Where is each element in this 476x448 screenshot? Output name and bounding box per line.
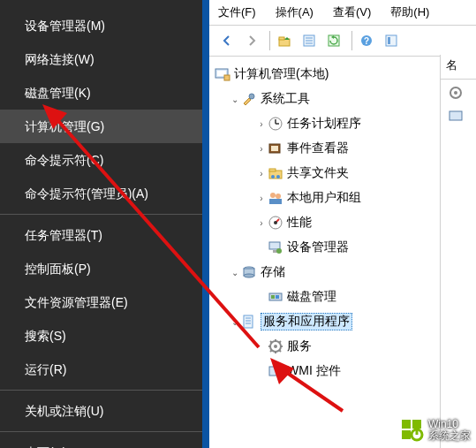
menu-file[interactable]: 文件(F) [218,4,256,20]
shared-folders-icon [268,165,283,181]
menu-control-panel[interactable]: 控制面板(P) [0,252,202,285]
svg-point-23 [276,175,280,178]
tree-local-users-groups[interactable]: › 本地用户和组 [211,186,476,210]
svg-rect-26 [269,199,282,204]
svg-point-47 [454,91,457,95]
svg-rect-37 [276,295,279,299]
menu-shutdown-signout[interactable]: 关机或注销(U) [0,394,202,428]
svg-rect-53 [402,420,411,429]
svg-rect-21 [269,169,276,171]
help-button[interactable]: ? [356,30,377,51]
svg-point-25 [276,194,281,199]
show-button[interactable] [381,30,402,51]
svg-rect-29 [269,242,280,249]
watermark-line2: 系统之家 [428,430,471,442]
expander-icon[interactable]: › [255,218,268,228]
tree-panel: 计算机管理(本地) ⌄ 系统工具 › 任务计划程序 › [209,57,476,383]
svg-point-28 [274,221,277,224]
expander-icon[interactable]: ⌄ [229,268,241,277]
toolbar-separator [351,31,352,50]
menu-action[interactable]: 操作(A) [276,4,314,20]
svg-rect-54 [412,420,421,429]
toolbar: ? [209,26,476,57]
tree-services-applications[interactable]: ⌄ 服务和应用程序 [211,309,476,334]
svg-rect-13 [224,75,230,80]
svg-rect-36 [271,295,275,299]
services-icon[interactable] [448,85,465,103]
users-groups-icon [268,190,283,206]
window-border [202,0,209,448]
menubar: 文件(F) 操作(A) 查看(V) 帮助(H) [209,0,476,26]
expander-icon[interactable]: › [255,119,268,129]
watermark: Win10 系统之家 [400,418,471,443]
right-column: 名 [440,55,476,448]
svg-point-45 [276,371,282,376]
tree-shared-folders[interactable]: › 共享文件夹 [211,161,476,186]
menu-task-manager[interactable]: 任务管理器(T) [0,218,202,252]
menu-command-prompt-admin[interactable]: 命令提示符(管理员)(A) [0,177,202,210]
menu-help[interactable]: 帮助(H) [390,4,429,20]
up-button[interactable] [274,30,295,51]
tree-root-label: 计算机管理(本地) [234,66,329,82]
computer-management-icon [215,66,230,82]
svg-point-43 [274,345,277,348]
svg-point-22 [271,175,275,178]
menu-separator [0,390,202,391]
menu-network-connections[interactable]: 网络连接(W) [0,42,202,76]
tree-task-scheduler[interactable]: › 任务计划程序 [211,111,476,136]
svg-rect-48 [450,111,462,120]
storage-icon [241,264,257,280]
menu-command-prompt[interactable]: 命令提示符(C) [0,143,202,177]
forward-button[interactable] [241,30,262,51]
menu-device-manager[interactable]: 设备管理器(M) [0,9,202,42]
performance-icon [268,215,283,231]
services-apps-icon [241,314,257,330]
refresh-button[interactable] [323,30,344,51]
tree-system-tools[interactable]: ⌄ 系统工具 [211,87,476,111]
services-icon [268,338,283,354]
menu-desktop[interactable]: 桌面(D) [0,436,202,448]
expander-icon[interactable]: › [255,169,268,178]
wmi-icon[interactable] [448,108,465,125]
menu-file-explorer[interactable]: 文件资源管理器(E) [0,285,202,319]
tree-performance[interactable]: › 性能 [211,210,476,235]
tree-services[interactable]: › 服务 [211,334,476,359]
winx-context-menu: 设备管理器(M) 网络连接(W) 磁盘管理(K) 计算机管理(G) 命令提示符(… [0,0,202,448]
tree-wmi-control[interactable]: › WMI 控件 [211,359,476,383]
svg-rect-1 [279,37,284,40]
system-tools-icon [241,91,257,107]
tree-device-manager[interactable]: › 设备管理器 [211,235,476,260]
properties-button[interactable] [298,30,320,51]
tree-storage[interactable]: ⌄ 存储 [211,260,476,285]
expander-icon[interactable]: › [255,144,268,154]
svg-point-24 [270,193,276,198]
menu-disk-management[interactable]: 磁盘管理(K) [0,76,202,110]
tree-root[interactable]: 计算机管理(本地) [211,62,476,87]
win10-logo-icon [400,418,425,443]
svg-rect-38 [244,315,253,328]
menu-separator [0,214,202,215]
wmi-icon [268,363,283,379]
event-viewer-icon [268,140,283,156]
svg-rect-10 [388,37,390,44]
svg-point-14 [249,94,254,99]
task-scheduler-icon [268,116,283,132]
tree-disk-management[interactable]: › 磁盘管理 [211,285,476,309]
tree-event-viewer[interactable]: › 事件查看器 [211,136,476,161]
expander-icon[interactable]: › [255,194,268,203]
menu-search[interactable]: 搜索(S) [0,319,202,353]
svg-rect-19 [271,146,278,151]
device-manager-icon [268,239,283,255]
svg-rect-9 [386,35,397,46]
menu-view[interactable]: 查看(V) [333,4,371,20]
expander-icon[interactable]: ⌄ [229,317,241,327]
back-button[interactable] [216,30,238,51]
toolbar-separator [269,31,270,50]
menu-computer-management[interactable]: 计算机管理(G) [0,110,202,143]
expander-icon[interactable]: ⌄ [229,95,241,104]
menu-run[interactable]: 运行(R) [0,353,202,386]
svg-point-34 [244,274,254,277]
svg-rect-55 [402,430,411,439]
column-header-name[interactable]: 名 [441,55,476,80]
svg-text:?: ? [364,36,369,46]
